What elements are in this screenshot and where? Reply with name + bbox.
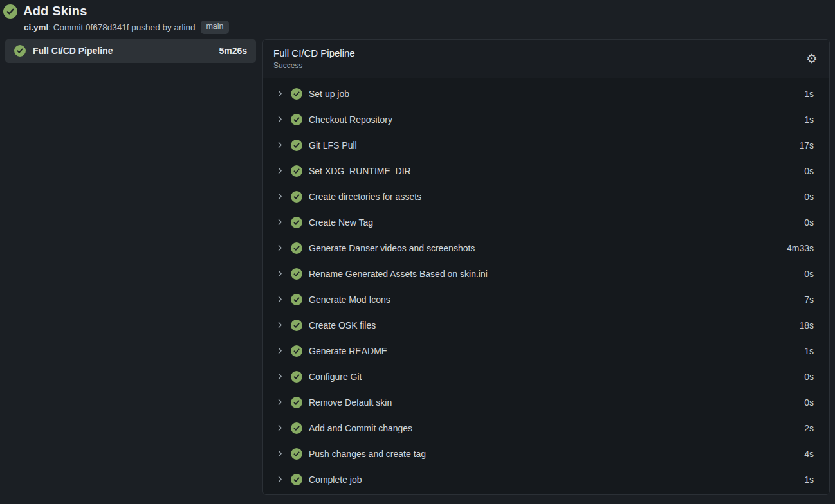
step-duration: 0s [804, 192, 814, 202]
step-row[interactable]: Generate Mod Icons 7s [263, 287, 829, 312]
sidebar-job-item[interactable]: Full CI/CD Pipeline 5m26s [5, 39, 256, 63]
step-success-check-icon [291, 191, 302, 203]
step-duration: 18s [799, 320, 814, 330]
step-row[interactable]: Create New Tag 0s [263, 210, 829, 235]
step-name: Set up job [309, 89, 349, 99]
step-name: Checkout Repository [309, 114, 392, 125]
step-success-check-icon [291, 114, 302, 125]
step-success-check-icon [291, 88, 302, 100]
step-duration: 1s [804, 89, 814, 99]
page-title: Add Skins [23, 4, 87, 19]
jobs-sidebar: Full CI/CD Pipeline 5m26s [5, 39, 256, 63]
job-detail-header: Full CI/CD Pipeline Success ⚙ [263, 40, 829, 78]
chevron-right-icon[interactable] [276, 398, 284, 406]
step-name: Git LFS Pull [309, 140, 357, 150]
step-duration: 0s [804, 269, 814, 279]
step-duration: 1s [804, 474, 814, 485]
job-duration: 5m26s [219, 46, 247, 56]
step-row[interactable]: Complete job 1s [263, 467, 829, 492]
step-row[interactable]: Create directories for assets 0s [263, 184, 829, 210]
chevron-right-icon[interactable] [276, 218, 284, 226]
step-duration: 4s [804, 449, 814, 459]
step-duration: 1s [804, 346, 814, 356]
step-name: Add and Commit changes [309, 423, 412, 433]
chevron-right-icon[interactable] [276, 115, 284, 123]
step-duration: 1s [804, 114, 814, 125]
step-success-check-icon [291, 165, 302, 177]
step-row[interactable]: Set XDG_RUNTIME_DIR 0s [263, 158, 829, 184]
step-row[interactable]: Rename Generated Assets Based on skin.in… [263, 261, 829, 287]
chevron-right-icon[interactable] [276, 295, 284, 303]
gear-icon[interactable]: ⚙ [805, 51, 819, 66]
step-success-check-icon [291, 474, 302, 485]
step-duration: 0s [804, 217, 814, 228]
chevron-right-icon[interactable] [276, 475, 284, 483]
step-name: Push changes and create tag [309, 449, 426, 459]
step-row[interactable]: Generate Danser videos and screenshots 4… [263, 235, 829, 261]
step-name: Generate Mod Icons [309, 294, 390, 305]
step-name: Set XDG_RUNTIME_DIR [309, 166, 411, 176]
chevron-right-icon[interactable] [276, 424, 284, 432]
chevron-right-icon[interactable] [276, 321, 284, 329]
step-row[interactable]: Push changes and create tag 4s [263, 441, 829, 467]
step-row[interactable]: Checkout Repository 1s [263, 107, 829, 132]
branch-badge[interactable]: main [201, 21, 228, 34]
step-success-check-icon [291, 217, 302, 228]
workflow-file-link[interactable]: ci.yml [24, 22, 48, 32]
step-row[interactable]: Add and Commit changes 2s [263, 415, 829, 441]
run-header: Add Skins ci.yml: Commit 0f678d341f push… [0, 0, 835, 39]
commit-text: : Commit 0f678d341f pushed by arlind [48, 22, 195, 32]
step-name: Complete job [309, 474, 362, 485]
step-success-check-icon [291, 242, 302, 254]
chevron-right-icon[interactable] [276, 244, 284, 252]
step-duration: 2s [804, 423, 814, 433]
chevron-right-icon[interactable] [276, 372, 284, 381]
step-name: Create New Tag [309, 217, 373, 228]
job-name: Full CI/CD Pipeline [33, 46, 212, 56]
step-name: Rename Generated Assets Based on skin.in… [309, 269, 488, 279]
step-name: Create directories for assets [309, 192, 421, 202]
step-duration: 0s [804, 372, 814, 382]
step-success-check-icon [291, 140, 302, 151]
step-duration: 7s [804, 294, 814, 305]
chevron-right-icon[interactable] [276, 166, 284, 175]
job-detail-title: Full CI/CD Pipeline [273, 47, 355, 60]
step-name: Remove Default skin [309, 397, 392, 408]
step-duration: 0s [804, 166, 814, 176]
run-success-check-icon [3, 4, 17, 19]
step-row[interactable]: Git LFS Pull 17s [263, 132, 829, 158]
step-name: Generate README [309, 346, 387, 356]
chevron-right-icon[interactable] [276, 449, 284, 458]
step-success-check-icon [291, 397, 302, 408]
chevron-right-icon[interactable] [276, 89, 284, 98]
step-success-check-icon [291, 371, 302, 382]
step-row[interactable]: Set up job 1s [263, 81, 829, 107]
step-name: Configure Git [309, 372, 362, 382]
job-detail-panel: Full CI/CD Pipeline Success ⚙ Set up job… [262, 39, 830, 495]
job-status-text: Success [273, 61, 355, 70]
step-success-check-icon [291, 345, 302, 357]
step-success-check-icon [291, 268, 302, 280]
step-list: Set up job 1s Checkout Repository 1s Git… [263, 78, 829, 495]
step-success-check-icon [291, 448, 302, 460]
step-success-check-icon [291, 422, 302, 434]
step-duration: 17s [799, 140, 814, 150]
step-success-check-icon [291, 294, 302, 305]
chevron-right-icon[interactable] [276, 346, 284, 355]
chevron-right-icon[interactable] [276, 141, 284, 149]
step-name: Generate Danser videos and screenshots [309, 243, 475, 253]
step-success-check-icon [291, 320, 302, 331]
step-duration: 4m33s [787, 243, 814, 253]
run-content: Full CI/CD Pipeline 5m26s Full CI/CD Pip… [0, 39, 835, 495]
step-row[interactable]: Configure Git 0s [263, 364, 829, 390]
chevron-right-icon[interactable] [276, 192, 284, 201]
step-row[interactable]: Remove Default skin 0s [263, 390, 829, 415]
chevron-right-icon[interactable] [276, 269, 284, 278]
step-duration: 0s [804, 397, 814, 408]
commit-summary: ci.yml: Commit 0f678d341f pushed by arli… [24, 21, 829, 34]
step-row[interactable]: Generate README 1s [263, 338, 829, 364]
job-success-check-icon [14, 45, 26, 57]
step-row[interactable]: Create OSK files 18s [263, 312, 829, 338]
step-name: Create OSK files [309, 320, 376, 330]
